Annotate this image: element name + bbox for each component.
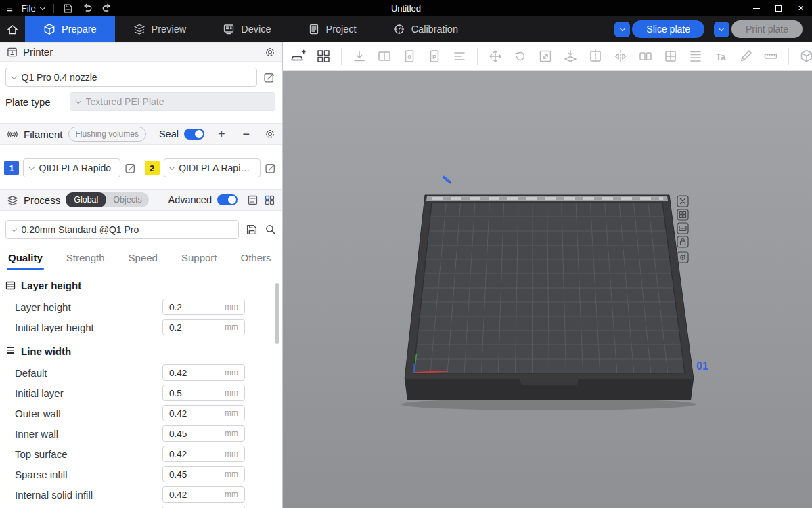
process-preset-dropdown[interactable]: 0.20mm Standard @Q1 Pro	[5, 220, 239, 239]
save-preset-icon[interactable]	[246, 224, 258, 236]
plate-arrange-icon[interactable]	[677, 209, 688, 220]
align-lines-icon[interactable]	[452, 49, 467, 64]
tab-project[interactable]: Project	[290, 16, 375, 42]
plate-type-value: Textured PEI Plate	[86, 96, 164, 107]
build-plate[interactable]	[401, 195, 696, 410]
input-inner-wall-line-width[interactable]: 0.45 mm	[162, 425, 245, 442]
tab-support[interactable]: Support	[181, 246, 217, 270]
menu-icon[interactable]: ≡	[7, 3, 13, 14]
mirror-icon[interactable]	[613, 49, 628, 64]
main-tabbar: Prepare Preview Device Project Calibrati…	[0, 16, 812, 42]
file-menu-label: File	[22, 3, 36, 14]
scope-objects-option[interactable]: Objects	[106, 195, 148, 205]
tab-prepare[interactable]: Prepare	[25, 16, 115, 42]
plate-rename-icon[interactable]	[677, 223, 688, 234]
filament-2-badge[interactable]: 2	[145, 161, 160, 175]
tab-speed[interactable]: Speed	[129, 246, 158, 270]
input-default-line-width[interactable]: 0.42 mm	[162, 364, 245, 381]
plate-settings-icon[interactable]	[677, 252, 688, 263]
tab-preview[interactable]: Preview	[115, 16, 205, 42]
input-sparse-infill-line-width[interactable]: 0.45 mm	[162, 466, 245, 482]
home-button[interactable]	[0, 16, 25, 42]
tab-device[interactable]: Device	[204, 16, 289, 42]
tab-calibration[interactable]: Calibration	[375, 16, 476, 42]
input-layer-height[interactable]: 0.2 mm	[162, 299, 245, 315]
close-button[interactable]: ×	[790, 0, 812, 16]
seal-toggle[interactable]	[184, 129, 204, 140]
remove-filament-button[interactable]: −	[240, 128, 252, 140]
input-initial-layer-height[interactable]: 0.2 mm	[162, 319, 245, 335]
filament-1-edit-icon[interactable]	[125, 162, 137, 174]
doc-p-icon[interactable]: P	[427, 49, 442, 64]
print-options-button[interactable]	[714, 22, 729, 37]
input-initial-layer-line-width[interactable]: 0.5 mm	[162, 385, 245, 401]
maximize-button[interactable]	[767, 0, 790, 16]
toolbar-separator	[788, 48, 789, 65]
plate-type-dropdown[interactable]: Textured PEI Plate	[70, 92, 275, 111]
sidebar-scrollbar[interactable]	[275, 283, 279, 344]
split-window-icon[interactable]	[377, 49, 392, 64]
plate-lock-icon[interactable]	[677, 236, 688, 247]
print-options-chevron-icon	[719, 25, 724, 30]
plate-delete-icon[interactable]	[677, 196, 688, 207]
assembly-view-icon[interactable]	[799, 49, 812, 64]
slice-plate-button[interactable]: Slice plate	[632, 20, 704, 38]
layer-height-group-title: Layer height	[21, 280, 81, 291]
search-preset-icon[interactable]	[265, 224, 277, 236]
filament-slot-1: 1 QIDI PLA Rapido	[4, 158, 137, 177]
input-outer-wall-line-width[interactable]: 0.42 mm	[162, 405, 245, 421]
tab-others[interactable]: Others	[241, 246, 271, 270]
doc-zero-icon[interactable]: 0	[402, 49, 417, 64]
input-internal-solid-infill-line-width[interactable]: 0.42 mm	[162, 486, 245, 503]
filament-1-dropdown[interactable]: QIDI PLA Rapido	[23, 158, 120, 177]
process-list-icon[interactable]	[247, 194, 258, 206]
filament-settings-gear-icon[interactable]	[265, 129, 275, 140]
printer-edit-icon[interactable]	[263, 71, 275, 83]
process-section-header: Process Global Objects Advanced	[0, 189, 282, 211]
text-tool-icon[interactable]: Ta	[713, 49, 728, 64]
flushing-volumes-button[interactable]: Flushing volumes	[68, 127, 146, 142]
process-compare-icon[interactable]	[264, 194, 275, 206]
variable-layer-height-icon[interactable]	[688, 49, 703, 64]
rotate-icon[interactable]	[513, 49, 528, 64]
filament-2-dropdown[interactable]: QIDI PLA Rapido M...	[164, 158, 261, 177]
seam-paint-icon[interactable]	[738, 49, 753, 64]
scale-icon[interactable]	[538, 49, 553, 64]
tab-device-label: Device	[241, 24, 271, 35]
print-plate-button[interactable]: Print plate	[731, 20, 803, 38]
tab-quality[interactable]: Quality	[8, 246, 43, 270]
place-on-face-icon[interactable]	[563, 49, 578, 64]
filament-2-edit-icon[interactable]	[265, 162, 277, 174]
measure-icon[interactable]	[763, 49, 778, 64]
slice-options-button[interactable]	[614, 22, 630, 37]
setting-label: Initial layer	[15, 387, 162, 399]
add-filament-button[interactable]: +	[215, 128, 228, 140]
process-preset-chevron-icon	[12, 226, 17, 232]
plate-name-edit-icon[interactable]	[442, 175, 452, 184]
cut-icon[interactable]	[588, 49, 603, 64]
tab-strength[interactable]: Strength	[66, 246, 105, 270]
undo-icon[interactable]	[82, 3, 93, 14]
save-icon[interactable]	[63, 3, 73, 14]
setting-row: Outer wall 0.42 mm	[0, 403, 282, 423]
viewport-3d[interactable]: 01	[283, 71, 812, 508]
svg-text:0: 0	[407, 54, 411, 60]
add-plate-icon[interactable]	[291, 49, 306, 64]
scope-global-option[interactable]: Global	[66, 192, 106, 207]
setting-label: Inner wall	[15, 428, 162, 440]
input-top-surface-line-width[interactable]: 0.42 mm	[162, 446, 245, 462]
split-to-objects-icon[interactable]	[638, 49, 653, 64]
split-to-parts-icon[interactable]	[663, 49, 678, 64]
printer-settings-gear-icon[interactable]	[265, 47, 275, 58]
printer-preset-dropdown[interactable]: Q1 Pro 0.4 nozzle	[5, 68, 257, 87]
arrange-objects-icon[interactable]	[316, 49, 331, 64]
file-menu[interactable]: File	[22, 3, 45, 14]
redo-icon[interactable]	[102, 3, 112, 14]
auto-orient-icon[interactable]	[352, 49, 367, 64]
process-preset-value: 0.20mm Standard @Q1 Pro	[22, 224, 139, 235]
move-icon[interactable]	[488, 49, 503, 64]
filament-1-badge[interactable]: 1	[4, 161, 19, 175]
plate-actions: Slice plate Print plate	[614, 20, 812, 38]
advanced-toggle[interactable]	[217, 194, 238, 205]
minimize-button[interactable]	[745, 0, 767, 16]
